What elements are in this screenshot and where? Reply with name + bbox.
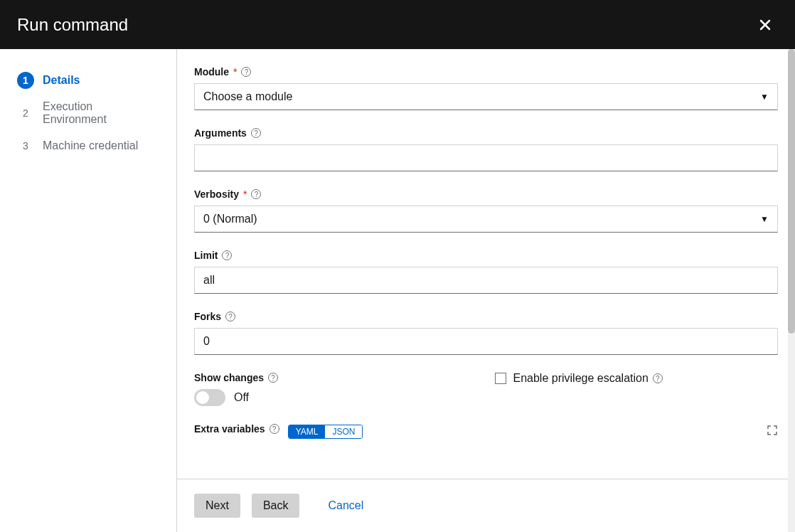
required-indicator: * [233, 66, 237, 78]
module-select[interactable]: Choose a module ▼ [194, 83, 778, 110]
step-label: Details [43, 74, 80, 87]
show-changes-group: Show changes ? Off [194, 372, 478, 406]
yaml-button[interactable]: YAML [289, 425, 326, 438]
caret-down-icon: ▼ [760, 92, 769, 102]
label-row: Limit ? [194, 250, 778, 261]
caret-down-icon: ▼ [760, 214, 769, 224]
modal-title: Run command [17, 15, 128, 35]
checkbox-label-row: Enable privilege escalation ? [513, 372, 663, 385]
arguments-input[interactable] [194, 144, 778, 171]
toggle-state-text: Off [234, 391, 249, 404]
scrollbar[interactable] [788, 49, 795, 532]
toggle-knob [196, 391, 209, 404]
privilege-escalation-group: Enable privilege escalation ? [495, 372, 779, 406]
expand-icon[interactable] [767, 425, 778, 440]
wizard-sidebar: 1 Details 2 Execution Environment 3 Mach… [0, 49, 177, 532]
format-toggle-group: YAML JSON [288, 425, 363, 439]
verbosity-field-group: Verbosity * ? 0 (Normal) ▼ [194, 188, 778, 233]
step-label: Machine credential [43, 139, 138, 152]
verbosity-select-value: 0 (Normal) [203, 213, 257, 225]
help-icon[interactable]: ? [251, 189, 261, 199]
step-number: 3 [17, 137, 34, 154]
privilege-escalation-label: Enable privilege escalation [513, 372, 649, 385]
help-icon[interactable]: ? [225, 312, 235, 321]
label-row: Module * ? [194, 66, 778, 78]
verbosity-label: Verbosity [194, 188, 239, 200]
help-icon[interactable]: ? [222, 250, 232, 260]
extra-vars-group: Extra variables ? YAML JSON [194, 423, 778, 440]
required-indicator: * [243, 188, 247, 200]
step-execution-environment[interactable]: 2 Execution Environment [0, 95, 176, 132]
step-number: 1 [17, 72, 34, 89]
toggle-row: Show changes ? Off Enable privilege esca… [194, 372, 778, 406]
extra-vars-label: Extra variables [194, 423, 265, 435]
label-row: Show changes ? [194, 372, 478, 383]
json-button[interactable]: JSON [325, 425, 362, 438]
help-icon[interactable]: ? [251, 128, 261, 138]
extra-vars-left: Extra variables ? YAML JSON [194, 423, 363, 440]
module-select-value: Choose a module [203, 90, 292, 103]
close-icon [758, 18, 772, 32]
step-label: Execution Environment [43, 100, 159, 126]
toggle-row: Off [194, 389, 478, 406]
label-row: Extra variables ? [194, 423, 279, 435]
privilege-escalation-checkbox[interactable] [495, 373, 506, 384]
module-field-group: Module * ? Choose a module ▼ [194, 66, 778, 110]
help-icon[interactable]: ? [241, 67, 251, 77]
limit-field-group: Limit ? [194, 250, 778, 294]
back-button[interactable]: Back [252, 494, 300, 518]
verbosity-select[interactable]: 0 (Normal) ▼ [194, 206, 778, 233]
modal-header: Run command [0, 0, 795, 49]
show-changes-label: Show changes [194, 372, 264, 383]
help-icon[interactable]: ? [270, 424, 279, 434]
show-changes-toggle[interactable] [194, 389, 225, 406]
next-button[interactable]: Next [194, 494, 240, 518]
forks-input[interactable] [194, 328, 778, 355]
wizard-footer: Next Back Cancel [177, 479, 795, 532]
scrollbar-thumb[interactable] [788, 49, 795, 334]
module-label: Module [194, 66, 229, 78]
forks-field-group: Forks ? [194, 311, 778, 355]
extra-vars-header: Extra variables ? YAML JSON [194, 423, 778, 440]
label-row: Forks ? [194, 311, 778, 322]
help-icon[interactable]: ? [653, 373, 663, 383]
close-button[interactable] [752, 12, 778, 38]
checkbox-row: Enable privilege escalation ? [495, 372, 779, 385]
form-content: Module * ? Choose a module ▼ Arguments ?… [177, 49, 795, 472]
step-number: 2 [17, 105, 34, 122]
label-row: Arguments ? [194, 127, 778, 139]
limit-input[interactable] [194, 267, 778, 294]
cancel-button[interactable]: Cancel [311, 494, 375, 518]
arguments-field-group: Arguments ? [194, 127, 778, 171]
limit-label: Limit [194, 250, 218, 261]
arguments-label: Arguments [194, 127, 247, 139]
step-machine-credential[interactable]: 3 Machine credential [0, 132, 176, 160]
forks-label: Forks [194, 311, 221, 322]
help-icon[interactable]: ? [268, 373, 278, 383]
modal-body: 1 Details 2 Execution Environment 3 Mach… [0, 49, 795, 532]
step-details[interactable]: 1 Details [0, 66, 176, 95]
label-row: Verbosity * ? [194, 188, 778, 200]
